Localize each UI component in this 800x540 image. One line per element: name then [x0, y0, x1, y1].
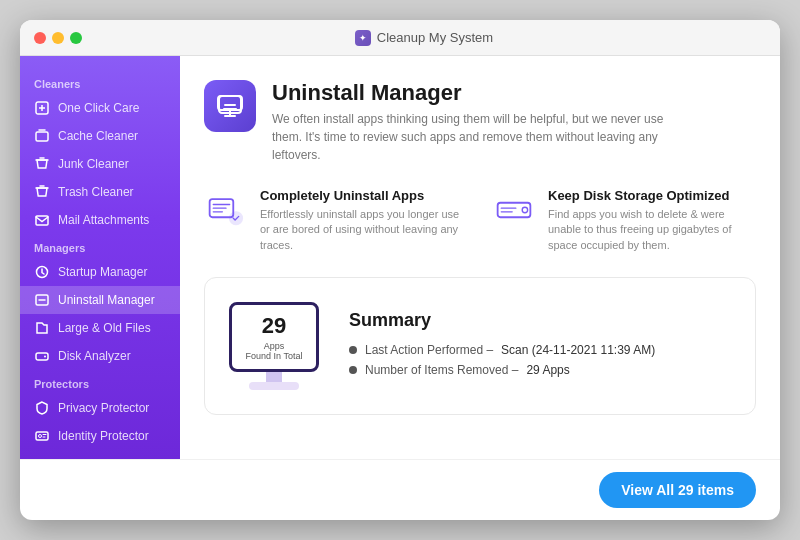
- main-layout: Cleaners One Click Care Cache: [20, 56, 780, 459]
- summary-row-2: Number of Items Removed – 29 Apps: [349, 363, 655, 377]
- sidebar-label: Junk Cleaner: [58, 157, 129, 171]
- sidebar-footer: Unlock Full Version: [20, 450, 180, 459]
- svg-point-8: [39, 435, 42, 438]
- feature-text-2: Keep Disk Storage Optimized Find apps yo…: [548, 188, 756, 253]
- svg-rect-14: [498, 203, 531, 218]
- sidebar: Cleaners One Click Care Cache: [20, 56, 180, 459]
- sidebar-label: Disk Analyzer: [58, 349, 131, 363]
- apps-count: 29: [262, 313, 286, 339]
- app-icon: ✦: [355, 30, 371, 46]
- sidebar-item-one-click-care[interactable]: One Click Care: [20, 94, 180, 122]
- sidebar-label: Cache Cleaner: [58, 129, 138, 143]
- sidebar-item-junk-cleaner[interactable]: Junk Cleaner: [20, 150, 180, 178]
- maximize-button[interactable]: [70, 32, 82, 44]
- summary-row-1: Last Action Performed – Scan (24-11-2021…: [349, 343, 655, 357]
- svg-rect-2: [36, 216, 48, 225]
- feature2-title: Keep Disk Storage Optimized: [548, 188, 756, 203]
- sidebar-item-mail-attachments[interactable]: Mail Attachments: [20, 206, 180, 234]
- mail-icon: [34, 212, 50, 228]
- sidebar-item-identity-protector[interactable]: Identity Protector: [20, 422, 180, 450]
- feature-card-1: Completely Uninstall Apps Effortlessly u…: [204, 188, 468, 253]
- summary-box: 29 AppsFound In Total Summary Last Actio…: [204, 277, 756, 415]
- header-text: Uninstall Manager We often install apps …: [272, 80, 692, 164]
- titlebar: ✦ Cleanup My System: [20, 20, 780, 56]
- sidebar-item-large-old-files[interactable]: Large & Old Files: [20, 314, 180, 342]
- sidebar-item-disk-analyzer[interactable]: Disk Analyzer: [20, 342, 180, 370]
- sidebar-item-startup-manager[interactable]: Startup Manager: [20, 258, 180, 286]
- page-description: We often install apps thinking using the…: [272, 110, 692, 164]
- uninstall-manager-icon: [215, 91, 245, 121]
- bullet-icon: [349, 346, 357, 354]
- sidebar-label: Trash Cleaner: [58, 185, 134, 199]
- summary-label-2: Number of Items Removed –: [365, 363, 518, 377]
- sidebar-label: Startup Manager: [58, 265, 147, 279]
- summary-info: Summary Last Action Performed – Scan (24…: [349, 310, 655, 383]
- cache-cleaner-icon: [34, 128, 50, 144]
- bottom-bar: View All 29 items: [20, 459, 780, 520]
- sidebar-label: Uninstall Manager: [58, 293, 155, 307]
- svg-point-6: [44, 356, 46, 358]
- uninstall-icon: [34, 292, 50, 308]
- protectors-section-label: Protectors: [20, 370, 180, 394]
- page-title: Uninstall Manager: [272, 80, 692, 106]
- summary-label-1: Last Action Performed –: [365, 343, 493, 357]
- view-all-button[interactable]: View All 29 items: [599, 472, 756, 508]
- trash-cleaner-icon: [34, 184, 50, 200]
- sidebar-item-trash-cleaner[interactable]: Trash Cleaner: [20, 178, 180, 206]
- sidebar-item-privacy-protector[interactable]: Privacy Protector: [20, 394, 180, 422]
- apps-label: AppsFound In Total: [246, 341, 303, 361]
- sidebar-label: Identity Protector: [58, 429, 149, 443]
- disk-storage-icon: [492, 188, 536, 232]
- one-click-care-icon: [34, 100, 50, 116]
- feature-card-2: Keep Disk Storage Optimized Find apps yo…: [492, 188, 756, 253]
- bullet-icon: [349, 366, 357, 374]
- feature1-title: Completely Uninstall Apps: [260, 188, 468, 203]
- monitor-screen: 29 AppsFound In Total: [229, 302, 319, 372]
- app-title: Cleanup My System: [377, 30, 493, 45]
- content-header: Uninstall Manager We often install apps …: [204, 80, 756, 164]
- features-row: Completely Uninstall Apps Effortlessly u…: [204, 188, 756, 253]
- monitor-neck: [266, 372, 282, 382]
- svg-rect-1: [36, 132, 48, 141]
- sidebar-label: Privacy Protector: [58, 401, 149, 415]
- close-button[interactable]: [34, 32, 46, 44]
- sidebar-item-uninstall-manager[interactable]: Uninstall Manager: [20, 286, 180, 314]
- completely-uninstall-icon: [204, 188, 248, 232]
- files-icon: [34, 320, 50, 336]
- svg-point-15: [522, 207, 527, 212]
- sidebar-label: Mail Attachments: [58, 213, 149, 227]
- sidebar-label: One Click Care: [58, 101, 139, 115]
- feature-text-1: Completely Uninstall Apps Effortlessly u…: [260, 188, 468, 253]
- managers-section-label: Managers: [20, 234, 180, 258]
- traffic-lights: [34, 32, 82, 44]
- main-window: ✦ Cleanup My System Cleaners One Click C…: [20, 20, 780, 520]
- svg-rect-10: [218, 96, 242, 110]
- sidebar-item-cache-cleaner[interactable]: Cache Cleaner: [20, 122, 180, 150]
- svg-rect-5: [36, 353, 48, 360]
- titlebar-title: ✦ Cleanup My System: [82, 30, 766, 46]
- sidebar-label: Large & Old Files: [58, 321, 151, 335]
- disk-icon: [34, 348, 50, 364]
- content-area: Uninstall Manager We often install apps …: [180, 56, 780, 459]
- monitor-base: [249, 382, 299, 390]
- startup-icon: [34, 264, 50, 280]
- summary-value-2: 29 Apps: [526, 363, 569, 377]
- summary-title: Summary: [349, 310, 655, 331]
- feature2-description: Find apps you wish to delete & were unab…: [548, 207, 756, 253]
- cleaners-section-label: Cleaners: [20, 70, 180, 94]
- summary-value-1: Scan (24-11-2021 11:39 AM): [501, 343, 655, 357]
- monitor-illustration: 29 AppsFound In Total: [229, 302, 319, 390]
- junk-cleaner-icon: [34, 156, 50, 172]
- feature1-description: Effortlessly uninstall apps you longer u…: [260, 207, 468, 253]
- privacy-icon: [34, 400, 50, 416]
- header-icon-box: [204, 80, 256, 132]
- identity-icon: [34, 428, 50, 444]
- minimize-button[interactable]: [52, 32, 64, 44]
